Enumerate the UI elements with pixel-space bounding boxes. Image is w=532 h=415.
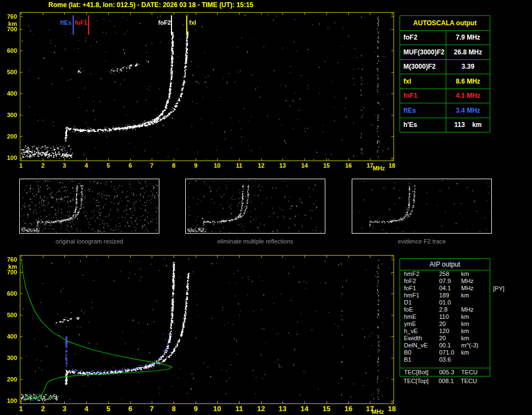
param-unit: MHz <box>461 306 474 313</box>
param-value: 8.6 MHz <box>446 74 490 88</box>
table-row: TEC[Bot]005.3TECU <box>400 368 490 376</box>
y-axis-tick-label: 300 <box>2 355 17 361</box>
thumbnail-multiple-reflections-removed <box>185 179 325 234</box>
y-axis-tick-label: 100 <box>2 397 17 404</box>
table-row: ymE20km <box>400 320 490 328</box>
param-label: foE <box>404 306 439 313</box>
param-value: 4.1 MHz <box>446 89 490 103</box>
x-axis-tick-label: 18 <box>386 405 398 413</box>
param-label: foF2 <box>404 278 439 285</box>
param-unit: km <box>461 328 469 334</box>
x-axis-tick-label: 12 <box>255 162 267 169</box>
x-axis-unit-label: MHz <box>372 408 384 415</box>
table-row: foF104.1MHz <box>400 285 490 292</box>
x-axis-tick-label: 14 <box>298 405 311 413</box>
param-value: 110 <box>439 313 461 320</box>
x-axis-tick-label: 2 <box>37 405 49 413</box>
x-axis-tick-label: 7 <box>146 405 158 413</box>
x-axis-tick-label: 10 <box>211 162 223 169</box>
x-axis-tick-label: 13 <box>276 405 289 413</box>
y-axis-tick-label: 400 <box>2 90 17 97</box>
thumbnail-caption: original ionogram resized <box>19 238 159 245</box>
param-unit: m^(-3) <box>461 342 478 348</box>
x-axis-tick-label: 15 <box>320 405 332 413</box>
x-axis-tick-label: 6 <box>124 405 136 413</box>
table-row: Ewidth20km <box>400 335 490 342</box>
table-row: fxI 8.6 MHz <box>400 74 490 89</box>
y-axis-tick-label: 400 <box>2 333 17 340</box>
param-value: 3.39 <box>446 60 490 74</box>
param-value: 071.0 <box>439 349 461 356</box>
param-value: 113 km <box>446 118 490 132</box>
x-axis-tick-label: 15 <box>320 162 332 169</box>
param-label: B1 <box>404 356 439 363</box>
thumbnail-f2-trace-evidence <box>352 179 492 234</box>
param-value: 008.1 <box>439 378 461 385</box>
param-label: B0 <box>404 349 439 356</box>
param-value: 7.9 MHz <box>446 31 490 45</box>
x-axis-tick-label: 16 <box>342 405 354 413</box>
table-row: B103.6 <box>400 356 490 363</box>
x-axis-tick-label: 14 <box>298 162 311 169</box>
table-title: AIP output <box>400 259 490 270</box>
param-value: 26.8 MHz <box>446 45 490 59</box>
param-unit: km <box>461 270 469 277</box>
y-axis-unit-label: km <box>2 20 17 27</box>
param-unit: TECU <box>461 378 477 384</box>
param-label: hmF1 <box>404 292 439 299</box>
table-row: foF207.9MHz <box>400 278 490 285</box>
x-axis-tick-label: 13 <box>276 162 289 169</box>
table-row: MUF(3000)F2 26.8 MHz <box>400 45 490 60</box>
table-row: foF2 7.9 MHz <box>400 31 490 46</box>
top-ionogram-canvas <box>20 12 394 161</box>
table-row: foE2.8MHz <box>400 306 490 313</box>
y-axis-tick-label: 200 <box>2 376 17 383</box>
x-axis-tick-label: 11 <box>233 405 245 413</box>
param-unit: km <box>461 313 469 320</box>
y-axis-tick-label: 500 <box>2 312 17 318</box>
x-axis-tick-label: 1 <box>15 162 27 169</box>
y-axis-tick-label: 600 <box>2 47 17 54</box>
param-unit: TECU <box>461 369 478 375</box>
table-title: AUTOSCALA output <box>400 16 490 31</box>
param-label: foF2 <box>400 31 446 45</box>
x-axis-tick-label: 3 <box>58 405 70 413</box>
param-unit: km <box>461 320 469 327</box>
app-root: Rome (lat: +41.8, lon: 012.5) - DATE: 20… <box>0 0 532 415</box>
table-row: DelN_vE00.1m^(-3) <box>400 342 490 349</box>
param-value: 20 <box>439 320 461 328</box>
param-value: 04.1 <box>439 285 461 292</box>
param-label: DelN_vE <box>404 342 439 349</box>
param-label: M(3000)F2 <box>400 60 446 74</box>
param-label: D1 <box>404 299 439 306</box>
aip-output-table: AIP output hmF2258km foF207.9MHz foF104.… <box>400 258 490 377</box>
param-value: 120 <box>439 328 461 335</box>
page-title: Rome (lat: +41.8, lon: 012.5) - DATE: 20… <box>48 1 253 9</box>
ftes-marker-label: ftEs <box>56 19 71 26</box>
param-value: 258 <box>439 270 461 278</box>
param-value: 2.8 <box>439 306 461 313</box>
param-label: ftEs <box>400 103 446 118</box>
bottom-ionogram-canvas <box>20 255 394 404</box>
y-axis-unit-label: km <box>2 263 17 270</box>
param-label: MUF(3000)F2 <box>400 45 446 59</box>
x-axis-tick-label: 12 <box>255 405 267 413</box>
param-value: 005.3 <box>439 368 461 376</box>
param-value: 07.9 <box>439 278 461 285</box>
x-axis-tick-label: 4 <box>80 162 92 169</box>
param-unit: MHz <box>461 278 474 284</box>
x-axis-tick-label: 9 <box>190 405 202 413</box>
x-axis-tick-label: 5 <box>102 405 114 413</box>
x-axis-tick-label: 5 <box>102 162 114 169</box>
param-label: hmF2 <box>404 270 439 278</box>
thumbnail-caption: evidence F2 trace <box>352 238 492 245</box>
y-axis-tick-label: 200 <box>2 133 17 140</box>
y-axis-tick-label: 300 <box>2 112 17 118</box>
fxi-marker-label: fxI <box>189 19 204 26</box>
param-unit: km <box>461 335 469 341</box>
fof1-marker-label: foF1 <box>74 19 88 26</box>
param-label: ymE <box>404 320 439 328</box>
x-axis-tick-label: 18 <box>386 162 398 169</box>
x-axis-tick-label: 2 <box>37 162 49 169</box>
x-axis-tick-label: 11 <box>233 162 245 169</box>
